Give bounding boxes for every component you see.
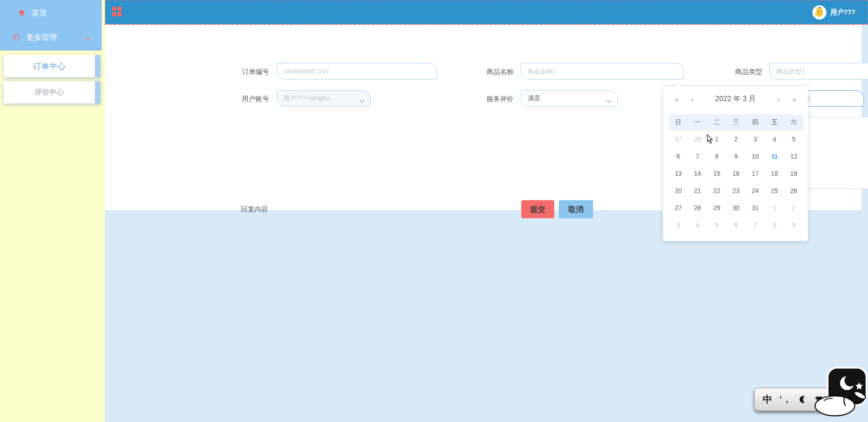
calendar-day[interactable]: 5	[784, 136, 803, 143]
calendar-day[interactable]: 19	[784, 170, 803, 177]
calendar-day[interactable]: 6	[726, 221, 746, 229]
sidebar-home-label: 首页	[32, 8, 47, 18]
service-rating-label: 服务评价	[464, 94, 514, 103]
calendar-day[interactable]: 13	[669, 170, 688, 177]
avatar	[812, 5, 826, 19]
product-type-input[interactable]	[769, 63, 868, 80]
service-rating-select[interactable]: 满意	[521, 90, 618, 107]
sidebar-item-review-center[interactable]: 评价中心	[4, 81, 100, 103]
review-center-label: 评价中心	[4, 81, 95, 103]
topbar: 用户777	[105, 0, 868, 24]
user-account-select[interactable]: 用户777-yonghu	[277, 90, 371, 107]
moon-icon[interactable]	[799, 395, 807, 403]
calendar-day[interactable]: 8	[765, 221, 784, 229]
username-label: 用户777	[830, 8, 855, 17]
weekday-label: 六	[784, 118, 803, 127]
calendar-grid: 2728123456789101112131415161718192021222…	[669, 131, 803, 234]
calendar-day[interactable]: 6	[669, 153, 688, 160]
chevron-down-icon	[606, 97, 612, 101]
calendar-day[interactable]: 8	[707, 153, 726, 160]
calendar-day[interactable]: 9	[784, 221, 803, 229]
order-no-input[interactable]	[277, 63, 437, 80]
calendar-day[interactable]: 10	[745, 153, 765, 160]
order-center-label: 订单中心	[4, 55, 95, 77]
product-type-field-wrap	[769, 63, 868, 80]
calendar-day[interactable]: 25	[765, 187, 784, 194]
calendar-day[interactable]: 22	[707, 187, 726, 194]
active-accent-bar	[95, 55, 100, 77]
user-account-label: 用户账号	[219, 94, 269, 103]
weekday-label: 三	[726, 118, 746, 127]
product-name-label: 商品名称	[464, 67, 514, 76]
calendar-day[interactable]: 4	[765, 136, 784, 143]
calendar-day[interactable]: 21	[688, 187, 708, 194]
user-menu[interactable]: 用户777	[812, 5, 855, 20]
next-month-button[interactable]: ›	[778, 95, 780, 103]
menu-grid-icon[interactable]	[112, 7, 122, 16]
calendar-day[interactable]: 16	[726, 170, 746, 177]
sidebar-menu: 首页 更多管理	[0, 0, 102, 51]
date-picker-popup: « ‹ 2022 年 3 月 › » 日一二三四五六 2728123456789…	[663, 86, 808, 241]
mouse-cursor	[707, 134, 713, 144]
sidebar: 首页 更多管理 订单中心 评价中心	[0, 0, 105, 422]
chevron-up-icon[interactable]	[84, 34, 91, 38]
cancel-button[interactable]: 取消	[559, 200, 593, 218]
calendar-day[interactable]: 7	[688, 153, 708, 160]
calendar-day[interactable]: 5	[707, 221, 726, 229]
calendar-day[interactable]: 30	[726, 204, 746, 211]
calendar-day[interactable]: 27	[669, 136, 688, 143]
weekday-label: 一	[688, 118, 708, 127]
calendar-day[interactable]: 18	[765, 170, 784, 177]
calendar-day[interactable]: 28	[688, 204, 708, 211]
calendar-day[interactable]: 9	[726, 153, 746, 160]
calendar-day[interactable]: 12	[784, 153, 803, 160]
sidebar-item-order-center[interactable]: 订单中心	[4, 55, 100, 77]
sidebar-item-home[interactable]: 首页	[0, 3, 102, 23]
user-account-value: 用户777-yonghu	[283, 94, 330, 103]
calendar-day[interactable]: 14	[688, 170, 708, 177]
submit-button[interactable]: 提交	[521, 200, 554, 218]
calendar-header: « ‹ 2022 年 3 月 › »	[663, 92, 808, 108]
order-no-label: 订单编号	[219, 67, 269, 76]
calendar-weekdays: 日一二三四五六	[669, 114, 803, 131]
weekday-label: 四	[745, 118, 765, 127]
calendar-day[interactable]: 7	[745, 221, 765, 229]
calendar-day[interactable]: 20	[669, 187, 688, 194]
calendar-day[interactable]: 24	[745, 187, 765, 194]
calendar-day[interactable]: 3	[669, 221, 688, 229]
weekday-label: 二	[707, 118, 726, 127]
product-name-field-wrap	[521, 63, 684, 80]
ime-language-indicator[interactable]: 中	[763, 393, 772, 406]
copy-icon	[13, 33, 20, 41]
calendar-day[interactable]: 1	[765, 204, 784, 211]
sidebar-item-more-management[interactable]: 更多管理	[0, 27, 102, 47]
calendar-day[interactable]: 28	[688, 136, 708, 143]
calendar-day[interactable]: 27	[669, 204, 688, 211]
ime-punctuation-indicator[interactable]: ’，	[779, 394, 792, 405]
weekday-label: 日	[669, 118, 688, 127]
product-name-input[interactable]	[521, 63, 684, 80]
calendar-day[interactable]: 26	[784, 187, 803, 194]
accent-bar	[95, 81, 100, 103]
order-no-field-wrap	[277, 63, 437, 80]
ime-mascot-sleeping-bunny	[813, 367, 868, 417]
home-icon	[18, 9, 25, 16]
service-rating-value: 满意	[528, 94, 540, 103]
calendar-title[interactable]: 2022 年 3 月	[663, 94, 808, 104]
calendar-day[interactable]: 23	[726, 187, 746, 194]
sidebar-more-label: 更多管理	[26, 32, 57, 42]
weekday-label: 五	[765, 118, 784, 127]
calendar-day[interactable]: 2	[726, 136, 746, 143]
calendar-day[interactable]: 15	[707, 170, 726, 177]
calendar-day[interactable]: 2	[784, 204, 803, 211]
calendar-day[interactable]: 17	[745, 170, 765, 177]
calendar-day[interactable]: 3	[745, 136, 765, 143]
reply-content-label: 回复内容	[218, 205, 268, 214]
next-year-button[interactable]: »	[793, 95, 796, 103]
calendar-day-today[interactable]: 11	[765, 153, 784, 160]
product-type-label: 商品类型	[712, 67, 762, 76]
calendar-day[interactable]: 29	[707, 204, 726, 211]
chevron-down-icon	[359, 97, 365, 101]
calendar-day[interactable]: 4	[688, 221, 708, 229]
calendar-day[interactable]: 31	[745, 204, 765, 211]
